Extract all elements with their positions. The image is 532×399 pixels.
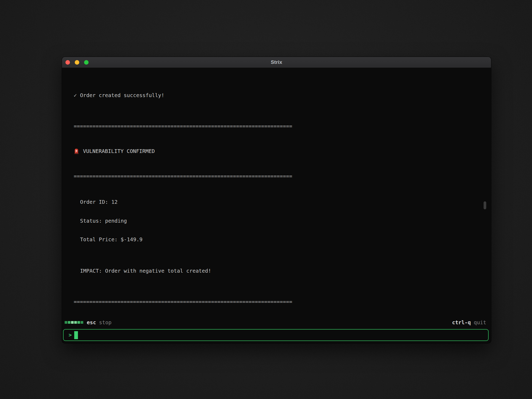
vulnerability-confirmed-text: VULNERABILITY CONFIRMED <box>83 148 155 155</box>
order-success-line: ✓ Order created successfully! <box>74 92 491 99</box>
quit-key-hint: ctrl-q <box>452 319 471 326</box>
esc-key-hint: esc <box>87 319 96 326</box>
statusbar: esc stop ctrl-q quit <box>65 319 486 326</box>
separator-line: ========================================… <box>74 173 491 180</box>
minimize-button[interactable] <box>75 60 79 65</box>
separator-line: ========================================… <box>74 299 491 305</box>
terminal-window: Strix ✓ Order created successfully! ====… <box>62 57 491 343</box>
text-cursor <box>74 331 78 339</box>
separator-line: ========================================… <box>74 123 491 130</box>
order-status-line: Status: pending <box>74 218 491 224</box>
impact-line: IMPACT: Order with negative total create… <box>74 268 491 274</box>
order-id-line: Order ID: 12 <box>74 199 491 205</box>
window-title: Strix <box>271 59 282 65</box>
activity-spinner-icon <box>65 321 83 324</box>
traffic-lights <box>65 60 89 65</box>
check-icon: ✓ <box>74 92 77 99</box>
order-total-line: Total Price: $-149.9 <box>74 236 491 243</box>
scrollbar-thumb[interactable] <box>484 201 486 209</box>
terminal-output: ✓ Order created successfully! ==========… <box>62 68 491 314</box>
esc-action-label: stop <box>99 319 111 326</box>
close-button[interactable] <box>65 60 70 65</box>
titlebar[interactable]: Strix <box>62 57 491 68</box>
quit-action-label: quit <box>474 319 486 326</box>
prompt-icon: > <box>69 332 72 338</box>
zoom-button[interactable] <box>84 60 89 65</box>
rotating-light-icon <box>74 148 79 154</box>
vulnerability-confirmed-header: VULNERABILITY CONFIRMED <box>74 148 491 155</box>
command-input[interactable]: > <box>63 329 489 341</box>
order-success-text: Order created successfully! <box>80 92 164 99</box>
